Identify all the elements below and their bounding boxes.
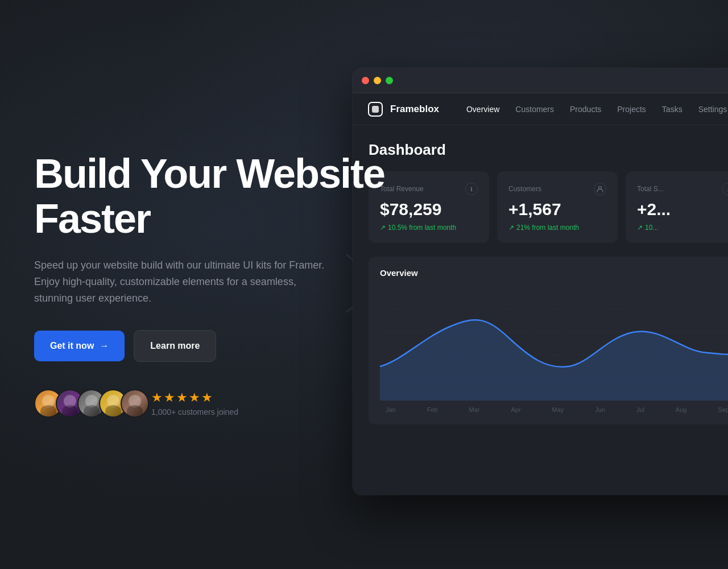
info-icon: ℹ [465, 183, 478, 195]
nav-item-overview[interactable]: Overview [466, 105, 499, 114]
star-icon: ★ [201, 390, 213, 405]
x-label-aug: Aug [676, 406, 687, 413]
overview-chart [380, 287, 728, 401]
star-icon: ★ [151, 390, 163, 405]
trend-up-icon: ↗ [637, 224, 643, 232]
customers-stat-card: Customers +1,567 ↗ 21% from last month [497, 171, 618, 243]
social-proof-section: ★ ★ ★ ★ ★ 1,000+ customers joined [34, 389, 387, 418]
window-titlebar [353, 68, 728, 93]
customers-label: Customers [508, 183, 606, 195]
third-stat-value: +2... [637, 200, 728, 219]
learn-more-button[interactable]: Learn more [134, 330, 216, 362]
revenue-label: Total Revenue ℹ [380, 183, 478, 195]
avatar-group [34, 389, 142, 418]
nav-items: Overview Customers Products Projects Tas… [466, 105, 728, 114]
x-label-jul: Jul [636, 406, 644, 413]
x-label-sep: Sep [718, 406, 728, 413]
star-icon: ★ [189, 390, 200, 405]
hero-subtitle: Speed up your website build with our ult… [34, 257, 330, 306]
x-label-mar: Mar [469, 406, 480, 413]
social-info: ★ ★ ★ ★ ★ 1,000+ customers joined [151, 390, 238, 417]
customers-change: ↗ 21% from last month [508, 224, 606, 232]
star-icon: ★ [164, 390, 175, 405]
x-label-apr: Apr [511, 406, 520, 413]
nav-item-projects[interactable]: Projects [617, 105, 646, 114]
star-rating: ★ ★ ★ ★ ★ [151, 390, 238, 405]
nav-item-tasks[interactable]: Tasks [662, 105, 682, 114]
revenue-value: $78,259 [380, 200, 478, 219]
person-icon [594, 183, 606, 195]
dashboard-content: Dashboard Total Revenue ℹ $78,259 ↗ 10.5… [353, 125, 728, 440]
x-label-may: May [552, 406, 564, 413]
customers-joined-text: 1,000+ customers joined [151, 407, 238, 417]
third-stat-card: Total S... ↗ +2... ↗ 10... [626, 171, 728, 243]
customers-value: +1,567 [508, 200, 606, 219]
trend-up-icon: ↗ [508, 224, 514, 232]
x-axis-labels: Jan Feb Mar Apr May Jun Jul Aug Sep [380, 406, 728, 413]
app-name: Frameblox [390, 104, 439, 115]
avatar [121, 389, 149, 418]
stats-row: Total Revenue ℹ $78,259 ↗ 10.5% from las… [369, 171, 728, 243]
overview-title: Overview [380, 268, 728, 278]
overview-section: Overview Jan Feb Mar Apr [369, 257, 728, 424]
get-it-now-button[interactable]: Get it now → [34, 331, 125, 361]
arrow-right-icon: → [100, 341, 109, 351]
dashboard-mockup: Frameblox Overview Customers Products Pr… [353, 68, 728, 495]
cta-buttons-group: Get it now → Learn more [34, 330, 387, 362]
app-navbar: Frameblox Overview Customers Products Pr… [353, 93, 728, 125]
revenue-change: ↗ 10.5% from last month [380, 224, 478, 232]
dashboard-title: Dashboard [369, 141, 728, 159]
hero-section: Build Your Website Faster Speed up your … [34, 0, 387, 569]
chart-area [380, 287, 728, 401]
chart-icon: ↗ [722, 183, 728, 195]
third-stat-change: ↗ 10... [637, 224, 728, 232]
x-label-jun: Jun [595, 406, 605, 413]
nav-item-customers[interactable]: Customers [515, 105, 554, 114]
nav-item-settings[interactable]: Settings [698, 105, 727, 114]
third-stat-label: Total S... ↗ [637, 183, 728, 195]
x-label-feb: Feb [427, 406, 438, 413]
hero-title: Build Your Website Faster [34, 151, 387, 241]
star-icon: ★ [176, 390, 188, 405]
x-label-jan: Jan [386, 406, 396, 413]
nav-item-products[interactable]: Products [570, 105, 601, 114]
